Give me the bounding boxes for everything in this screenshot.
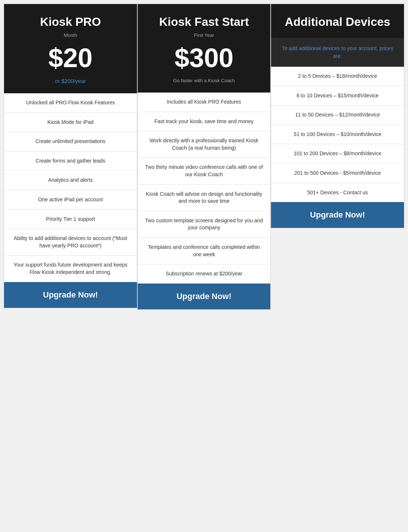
kiosk-pro-features: Unlocked all PRO Flow Kiosk Features Kio…: [4, 93, 137, 282]
kiosk-pro-header: Kiosk PRO Month $20 or $200/year: [4, 4, 137, 93]
additional-devices-upgrade-button[interactable]: Upgrade Now!: [271, 202, 404, 228]
kiosk-fast-start-period: First Year: [194, 32, 214, 38]
kiosk-fast-start-header: Kiosk Fast Start First Year $300 Go fast…: [138, 4, 271, 93]
list-item: Your support funds future development an…: [4, 255, 137, 282]
list-item: 2 to 5 Devices – $18/month/device: [271, 67, 404, 86]
additional-devices-title: Additional Devices: [278, 15, 397, 29]
list-item: Priority Tier 1 support: [4, 210, 137, 229]
kiosk-pro-period: Month: [64, 32, 77, 38]
list-item: Create forms and gather leads: [4, 152, 137, 171]
list-item: Two thirty minute video conference calls…: [138, 158, 271, 184]
list-item: Analytics and alerts: [4, 171, 137, 190]
list-item: One active iPad per account: [4, 190, 137, 210]
additional-devices-subtitle: To add additional devices to your accoun…: [278, 45, 397, 60]
list-item: Subscription renews at $200/year: [138, 264, 271, 284]
pricing-container: Kiosk PRO Month $20 or $200/year Unlocke…: [4, 4, 404, 310]
list-item: Templates and conference calls completed…: [138, 238, 271, 264]
list-item: Kiosk Mode for iPad: [4, 113, 137, 132]
kiosk-pro-alt-price: or $200/year: [55, 78, 86, 84]
list-item: Ability to add additional devices to acc…: [4, 229, 137, 255]
kiosk-pro-title: Kiosk PRO: [40, 15, 101, 29]
list-item: 11 to 50 Devices – $12/month/device: [271, 105, 404, 125]
device-tiers-list: 2 to 5 Devices – $18/month/device 6 to 1…: [271, 67, 404, 202]
list-item: 101 to 200 Devices – $8/month/device: [271, 144, 404, 164]
list-item: Two custom template screens designed for…: [138, 211, 271, 238]
list-item: 501+ Devices - Contact us: [271, 183, 404, 202]
list-item: Work directly with a professionally trai…: [138, 131, 271, 158]
list-item: Unlocked all PRO Flow Kiosk Features: [4, 93, 137, 113]
list-item: Kiosk Coach will advise on design and fu…: [138, 185, 271, 211]
list-item: 201 to 500 Devices - $5/month/device: [271, 164, 404, 183]
list-item: Fast track your kiosk, save time and mon…: [138, 112, 271, 132]
additional-devices-subheader: To add additional devices to your accoun…: [271, 38, 404, 67]
kiosk-fast-start-title: Kiosk Fast Start: [159, 15, 249, 29]
kiosk-fast-start-upgrade-button[interactable]: Upgrade Now!: [138, 284, 271, 309]
list-item: 6 to 10 Devices – $15/month/device: [271, 86, 404, 106]
kiosk-pro-upgrade-button[interactable]: Upgrade Now!: [4, 282, 137, 308]
kiosk-fast-start-subtitle: Go faster with a Kiosk Coach: [173, 78, 235, 83]
kiosk-fast-start-features: Includes all Kiosk PRO Features Fast tra…: [138, 93, 271, 284]
kiosk-pro-card: Kiosk PRO Month $20 or $200/year Unlocke…: [4, 4, 137, 308]
additional-devices-header: Additional Devices: [271, 4, 404, 38]
list-item: 51 to 100 Devices – $10/month/device: [271, 125, 404, 145]
list-item: Includes all Kiosk PRO Features: [138, 93, 271, 112]
kiosk-pro-price: $20: [48, 45, 92, 71]
kiosk-fast-start-card: Kiosk Fast Start First Year $300 Go fast…: [137, 4, 271, 310]
additional-devices-card: Additional Devices To add additional dev…: [271, 4, 404, 228]
kiosk-fast-start-price: $300: [175, 45, 233, 71]
list-item: Create unlimited presentations: [4, 132, 137, 152]
